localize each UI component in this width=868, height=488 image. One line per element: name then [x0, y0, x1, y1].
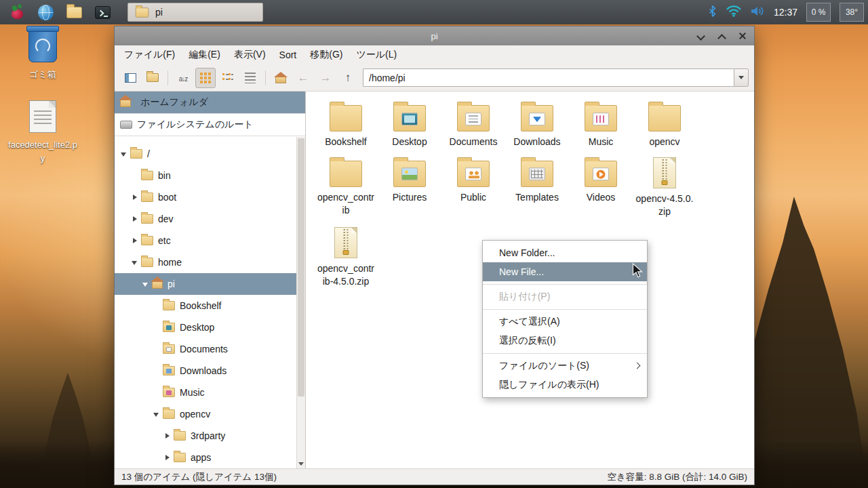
maximize-window-icon[interactable] — [717, 31, 726, 41]
taskbar: pi 12:37 0 % 38° — [0, 0, 868, 24]
menu-sort[interactable]: Sort — [273, 47, 304, 63]
context-menu-item-invert-selection[interactable]: 選択の反転(I) — [483, 331, 647, 350]
tree-item-pi[interactable]: pi — [115, 273, 305, 295]
sidebar-item-filesystem-root[interactable]: ファイルシステムのルート — [115, 114, 305, 136]
folder-icon — [330, 161, 362, 187]
expander-open-icon[interactable] — [120, 150, 128, 158]
expander-spacer — [131, 171, 139, 180]
tree-label: Music — [180, 387, 205, 398]
file-item-templates[interactable]: Templates — [505, 152, 569, 222]
sidebar-scrollbar[interactable] — [296, 137, 305, 468]
tree-item-opencv[interactable]: opencv — [115, 403, 305, 425]
tree-item-3rdparty[interactable]: 3rdparty — [115, 425, 305, 447]
volume-icon[interactable] — [751, 5, 765, 20]
file-item-public[interactable]: Public — [441, 152, 505, 222]
tree-item-etc[interactable]: etc — [115, 230, 305, 251]
terminal-launcher[interactable] — [93, 3, 112, 22]
tree-label: Bookshelf — [180, 300, 221, 311]
expander-closed-icon[interactable] — [163, 453, 172, 462]
sidebar-item-home-folder[interactable]: ホームフォルダ — [115, 92, 305, 114]
expander-closed-icon[interactable] — [131, 237, 139, 245]
downloads-folder-icon — [163, 366, 175, 375]
file-item-downloads[interactable]: Downloads — [505, 97, 569, 152]
browser-launcher[interactable] — [36, 3, 55, 22]
tree-item-desktop[interactable]: Desktop — [115, 317, 305, 338]
icon-view-button[interactable] — [195, 68, 216, 88]
context-menu-item-sort-files[interactable]: ファイルのソート(S) — [483, 357, 647, 375]
expander-spacer — [153, 388, 161, 396]
file-item-videos[interactable]: Videos — [569, 152, 633, 222]
titlebar[interactable]: pi — [115, 26, 754, 45]
file-item-opencv-contrib-zip[interactable]: opencv_contrib-4.5.0.zip — [314, 222, 378, 292]
expander-closed-icon[interactable] — [163, 432, 172, 440]
taskbar-window-button[interactable]: pi — [127, 3, 263, 22]
tree-item-documents[interactable]: Documents — [115, 338, 305, 360]
tree-item-dev[interactable]: dev — [115, 208, 305, 230]
file-item-pictures[interactable]: Pictures — [378, 152, 441, 222]
detail-view-button[interactable] — [240, 68, 260, 88]
file-item-opencv-zip[interactable]: opencv-4.5.0.zip — [633, 152, 696, 222]
menu-go[interactable]: 移動(G) — [303, 46, 349, 64]
context-menu-item-show-hidden[interactable]: 隠しファイルの表示(H) — [483, 375, 647, 394]
menu-view[interactable]: 表示(V) — [227, 46, 273, 64]
file-item-bookshelf[interactable]: Bookshelf — [314, 97, 378, 152]
scrollbar-thumb[interactable] — [298, 138, 304, 396]
clock[interactable]: 12:37 — [774, 7, 797, 18]
menu-tools[interactable]: ツール(L) — [349, 46, 403, 64]
expander-open-icon[interactable] — [153, 410, 161, 418]
videos-folder-icon — [585, 161, 617, 187]
context-menu-item-select-all[interactable]: すべて選択(A) — [483, 312, 647, 331]
cpu-usage-monitor[interactable]: 0 % — [806, 3, 831, 22]
tree-item-bookshelf[interactable]: Bookshelf — [115, 295, 305, 317]
context-menu-item-new-file[interactable]: New File... — [483, 262, 647, 281]
tree-item-root[interactable]: / — [115, 143, 305, 165]
file-item-music[interactable]: Music — [569, 97, 633, 152]
context-menu-item-new-folder[interactable]: New Folder... — [483, 243, 647, 262]
home-icon — [120, 100, 131, 107]
new-window-button[interactable] — [120, 68, 140, 88]
tree-label: Desktop — [180, 322, 214, 333]
expander-open-icon[interactable] — [131, 258, 139, 266]
file-item-documents[interactable]: Documents — [441, 97, 505, 152]
tree-item-home[interactable]: home — [115, 251, 305, 273]
file-item-opencv[interactable]: opencv — [633, 97, 696, 152]
shade-window-icon[interactable] — [696, 31, 705, 41]
close-window-icon[interactable] — [738, 31, 747, 41]
sort-button[interactable] — [173, 68, 193, 88]
home-button[interactable] — [271, 68, 291, 88]
file-item-opencv-contrib[interactable]: opencv_contrib — [314, 152, 378, 222]
folder-icon — [330, 105, 362, 131]
back-arrow-icon: ← — [298, 72, 309, 83]
file-manager-launcher[interactable] — [64, 3, 83, 22]
tree-label: pi — [167, 279, 175, 289]
cpu-temperature-monitor[interactable]: 38° — [840, 3, 864, 22]
expander-closed-icon[interactable] — [131, 215, 139, 223]
expander-open-icon[interactable] — [142, 280, 150, 288]
file-item-desktop[interactable]: Desktop — [378, 97, 441, 152]
menu-file[interactable]: ファイル(F) — [117, 46, 182, 64]
disk-icon — [120, 121, 132, 129]
tree-item-music[interactable]: Music — [115, 382, 305, 403]
place-label: ファイルシステムのルート — [137, 119, 254, 131]
expander-spacer — [153, 367, 161, 375]
compact-view-button[interactable] — [218, 68, 238, 88]
menu-edit[interactable]: 編集(E) — [182, 46, 227, 64]
tree-item-downloads[interactable]: Downloads — [115, 360, 305, 382]
path-dropdown-button[interactable] — [734, 68, 749, 87]
tree-item-boot[interactable]: boot — [115, 186, 305, 208]
tree-item-apps[interactable]: apps — [115, 447, 305, 468]
wifi-icon[interactable] — [726, 5, 742, 20]
path-input[interactable] — [363, 68, 734, 87]
tree-item-bin[interactable]: bin — [115, 165, 305, 186]
desktop-icon-trash[interactable]: ゴミ箱 — [11, 30, 75, 81]
scrollbar-down-button[interactable] — [297, 459, 305, 468]
new-tab-button[interactable] — [142, 68, 163, 88]
back-button[interactable]: ← — [293, 68, 313, 88]
up-button[interactable]: ↑ — [338, 68, 358, 88]
app-menu-button[interactable] — [7, 3, 26, 22]
bluetooth-icon[interactable] — [708, 5, 717, 20]
desktop-icon-facedetect-file[interactable]: facedetect_lite2.py — [8, 100, 77, 165]
forward-button[interactable]: → — [315, 68, 336, 88]
file-label: Desktop — [392, 136, 427, 148]
expander-closed-icon[interactable] — [131, 193, 139, 201]
